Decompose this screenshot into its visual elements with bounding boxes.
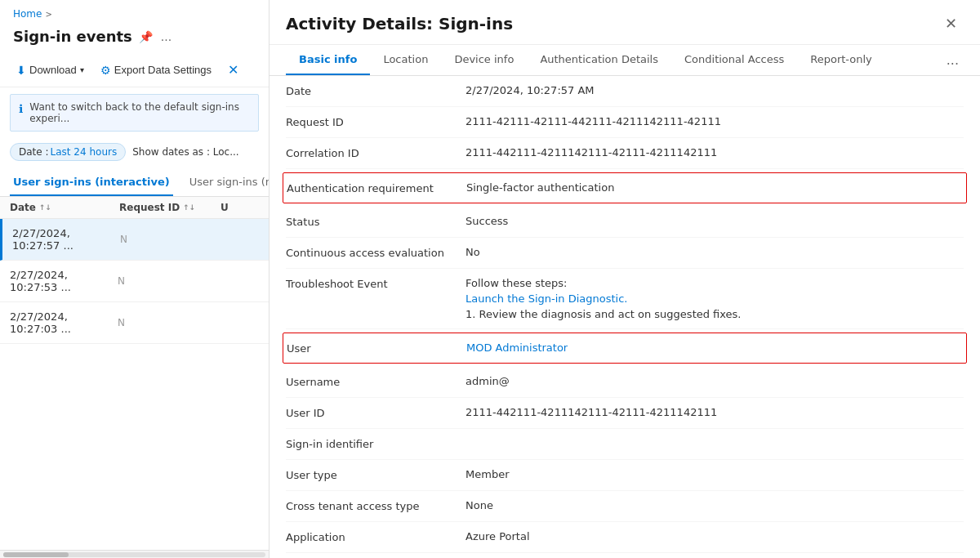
- label-application: Application: [286, 530, 466, 543]
- value-correlation-id: 2111-442111-4211142111-42111-4211142111: [466, 146, 964, 158]
- troubleshoot-label: Troubleshoot Event: [286, 277, 466, 290]
- export-settings-button[interactable]: ⚙ Export Data Settings: [94, 60, 218, 81]
- troubleshoot-content: Follow these steps: Launch the Sign-in D…: [466, 277, 964, 320]
- show-dates-label: Show dates as : Loc...: [132, 146, 238, 158]
- label-cross-tenant: Cross tenant access type: [286, 499, 466, 512]
- launch-diagnostic-link[interactable]: Launch the Sign-in Diagnostic.: [466, 292, 964, 305]
- value-username: admin@: [466, 375, 964, 387]
- troubleshoot-review-text: 1. Review the diagnosis and act on sugge…: [466, 308, 964, 320]
- col-header-u: U: [220, 202, 259, 213]
- dismiss-button[interactable]: ✕: [221, 58, 245, 82]
- detail-row-date: Date 2/27/2024, 10:27:57 AM: [286, 76, 964, 107]
- download-button[interactable]: ⬇ Download ▾: [10, 60, 91, 81]
- panel-tabs-more-icon[interactable]: ...: [942, 46, 964, 74]
- table-row[interactable]: 2/27/2024, 10:27:57 ... N: [0, 219, 269, 261]
- tab-auth-details[interactable]: Authentication Details: [527, 45, 671, 75]
- date-chip-value: Last 24 hours: [51, 146, 118, 158]
- breadcrumb: Home >: [0, 0, 269, 25]
- label-auth-requirement: Authentication requirement: [287, 181, 466, 194]
- troubleshoot-section: Troubleshoot Event Follow these steps: L…: [286, 269, 964, 329]
- gear-icon: ⚙: [100, 64, 111, 77]
- info-icon: ℹ: [19, 102, 23, 115]
- detail-row-signin-identifier: Sign-in identifier: [286, 429, 964, 460]
- date-filter-chip[interactable]: Date : Last 24 hours: [10, 143, 126, 161]
- reqid-sort-icon[interactable]: ↑↓: [183, 203, 195, 212]
- export-label: Export Data Settings: [114, 64, 212, 76]
- detail-row-request-id: Request ID 2111-42111-42111-442111-42111…: [286, 107, 964, 138]
- detail-row-user-type: User type Member: [286, 460, 964, 491]
- table-body: 2/27/2024, 10:27:57 ... N 2/27/2024, 10:…: [0, 219, 269, 550]
- left-panel: Home > Sign-in events 📌 ... ⬇ Download ▾…: [0, 0, 270, 558]
- panel-content: Date 2/27/2024, 10:27:57 AM Request ID 2…: [270, 76, 980, 558]
- home-link[interactable]: Home: [13, 8, 42, 20]
- label-status: Status: [286, 215, 466, 228]
- detail-row-correlation-id: Correlation ID 2111-442111-4211142111-42…: [286, 138, 964, 169]
- table-row[interactable]: 2/27/2024, 10:27:03 ... N: [0, 302, 269, 344]
- value-auth-requirement: Single-factor authentication: [466, 181, 963, 194]
- label-correlation-id: Correlation ID: [286, 146, 466, 159]
- more-options-icon[interactable]: ...: [161, 30, 172, 43]
- detail-row-status: Status Success: [286, 207, 964, 238]
- label-user: User: [287, 341, 466, 355]
- col-header-reqid: Request ID ↑↓: [119, 202, 217, 213]
- row-reqid: N: [118, 275, 216, 287]
- detail-row-username: Username admin@: [286, 367, 964, 398]
- panel-title: Activity Details: Sign-ins: [286, 14, 513, 33]
- table-header: Date ↑↓ Request ID ↑↓ U: [0, 197, 269, 219]
- filter-row: Date : Last 24 hours Show dates as : Loc…: [0, 138, 269, 166]
- date-sort-icon[interactable]: ↑↓: [39, 203, 51, 212]
- row-reqid: N: [118, 317, 216, 328]
- panel-tabs: Basic info Location Device info Authenti…: [270, 45, 980, 76]
- value-continuous-access: No: [466, 246, 964, 258]
- pin-icon[interactable]: 📌: [139, 30, 153, 43]
- close-x-icon: ✕: [228, 62, 238, 78]
- detail-row-continuous-access: Continuous access evaluation No: [286, 238, 964, 269]
- detail-row-user: User MOD Administrator: [283, 333, 967, 364]
- panel-header: Activity Details: Sign-ins ✕: [270, 0, 980, 45]
- value-user-id: 2111-442111-4211142111-42111-4211142111: [466, 406, 964, 418]
- date-chip-label: Date :: [19, 146, 49, 158]
- detail-row-application: Application Azure Portal: [286, 522, 964, 553]
- close-panel-button[interactable]: ✕: [938, 11, 964, 36]
- row-reqid: N: [120, 234, 218, 245]
- troubleshoot-steps-text: Follow these steps:: [466, 277, 964, 289]
- horizontal-scrollbar[interactable]: [0, 550, 269, 558]
- tab-report-only[interactable]: Report-only: [797, 45, 885, 75]
- toolbar: ⬇ Download ▾ ⚙ Export Data Settings ✕: [0, 53, 269, 87]
- value-request-id: 2111-42111-42111-442111-4211142111-42111: [466, 115, 964, 127]
- label-signin-identifier: Sign-in identifier: [286, 437, 466, 450]
- col-header-date: Date ↑↓: [10, 202, 116, 213]
- value-date: 2/27/2024, 10:27:57 AM: [466, 84, 964, 96]
- left-tabs: User sign-ins (interactive) User sign-in…: [0, 169, 269, 197]
- label-request-id: Request ID: [286, 115, 466, 128]
- download-chevron: ▾: [80, 65, 84, 74]
- label-user-type: User type: [286, 468, 466, 481]
- download-icon: ⬇: [16, 64, 26, 77]
- value-cross-tenant: None: [466, 499, 964, 511]
- tab-conditional-access[interactable]: Conditional Access: [671, 45, 797, 75]
- download-label: Download: [29, 64, 77, 76]
- tab-non-interactive[interactable]: User sign-ins (non...: [186, 169, 270, 196]
- right-panel: Activity Details: Sign-ins ✕ Basic info …: [270, 0, 980, 558]
- info-banner-text: Want to switch back to the default sign-…: [29, 101, 250, 124]
- row-date: 2/27/2024, 10:27:03 ...: [10, 310, 114, 335]
- tab-interactive[interactable]: User sign-ins (interactive): [10, 169, 173, 196]
- page-title-row: Sign-in events 📌 ...: [0, 25, 269, 53]
- breadcrumb-chevron: >: [45, 10, 51, 19]
- label-date: Date: [286, 84, 466, 97]
- detail-row-cross-tenant: Cross tenant access type None: [286, 491, 964, 522]
- tab-device-info[interactable]: Device info: [441, 45, 527, 75]
- label-continuous-access: Continuous access evaluation: [286, 246, 466, 259]
- label-user-id: User ID: [286, 406, 466, 419]
- value-user-link[interactable]: MOD Administrator: [466, 341, 963, 354]
- tab-location[interactable]: Location: [370, 45, 441, 75]
- value-status: Success: [466, 215, 964, 227]
- detail-row-auth-requirement: Authentication requirement Single-factor…: [283, 172, 967, 203]
- table-row[interactable]: 2/27/2024, 10:27:53 ... N: [0, 261, 269, 302]
- row-date: 2/27/2024, 10:27:57 ...: [12, 227, 117, 252]
- value-application: Azure Portal: [466, 530, 964, 542]
- info-banner: ℹ Want to switch back to the default sig…: [10, 94, 259, 132]
- row-date: 2/27/2024, 10:27:53 ...: [10, 269, 114, 293]
- tab-basic-info[interactable]: Basic info: [286, 45, 370, 75]
- value-user-type: Member: [466, 468, 964, 480]
